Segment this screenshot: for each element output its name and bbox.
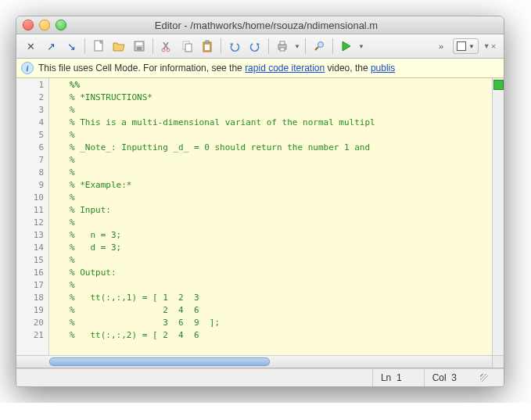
traffic-lights [23,20,66,31]
svg-rect-3 [137,47,142,50]
window-title: Editor - /mathworks/home/rsouza/ndimensi… [66,20,466,31]
code-editor[interactable]: 1 2 3 4 5 6 7 8 9 10 11 12 13 14 15 16 1… [16,78,504,368]
horizontal-scrollbar[interactable] [16,355,493,368]
undo-button[interactable] [225,38,244,55]
resize-grip[interactable] [479,372,490,383]
separator [152,38,153,54]
save-button[interactable] [130,38,149,55]
scroll-corner [492,355,504,368]
publish-link[interactable]: publis [371,63,395,74]
separator [268,38,269,54]
print-button[interactable] [273,38,292,55]
svg-rect-7 [185,44,192,52]
paste-button[interactable] [198,38,217,55]
find-button[interactable] [310,38,328,55]
editor-window: Editor - /mathworks/home/rsouza/ndimensi… [16,16,504,387]
run-dropdown[interactable]: ▼ [357,38,365,55]
info-icon: i [21,62,34,74]
run-button[interactable] [337,38,356,55]
separator [332,38,333,54]
open-file-button[interactable] [109,38,128,55]
toolbar: ✕ ↗ ↘ ▼ [16,34,504,59]
copy-button[interactable] [178,38,196,55]
info-text-mid: video, the [325,63,371,74]
line-number-gutter: 1 2 3 4 5 6 7 8 9 10 11 12 13 14 15 16 1… [16,78,49,355]
svg-rect-9 [206,41,209,43]
svg-rect-13 [280,48,285,51]
collapse-button[interactable]: ↘ [62,38,81,55]
column-indicator: Col 3 [424,369,465,386]
separator [84,38,85,54]
redo-button[interactable] [246,38,264,55]
cut-button[interactable] [157,38,176,55]
scrollbar-thumb[interactable] [49,357,270,366]
message-bar[interactable] [492,78,504,355]
svg-rect-12 [280,41,285,45]
svg-rect-10 [205,45,210,50]
dock-control[interactable]: ▼ [453,38,479,54]
separator [221,38,221,54]
close-button[interactable]: ✕ [21,38,40,55]
code-ok-indicator[interactable] [493,80,504,90]
cell-mode-infobar: i This file uses Cell Mode. For informat… [16,59,504,78]
line-indicator: Ln 1 [372,369,410,386]
svg-rect-2 [136,42,142,45]
close-window-button[interactable] [23,20,34,31]
print-dropdown[interactable]: ▼ [293,38,301,55]
rapid-code-iteration-link[interactable]: rapid code iteration [245,63,325,74]
svg-point-14 [318,42,324,48]
code-content[interactable]: %% % *INSTRUCTIONS* % % This is a multi-… [63,78,491,355]
minimize-window-button[interactable] [39,20,50,31]
titlebar[interactable]: Editor - /mathworks/home/rsouza/ndimensi… [16,16,504,34]
new-file-button[interactable] [89,38,108,55]
toolbar-close-button[interactable]: ▼× [480,38,499,55]
separator [305,38,306,54]
fold-gutter [49,78,63,355]
statusbar: Ln 1 Col 3 [16,368,504,386]
zoom-window-button[interactable] [56,20,66,31]
info-text-prefix: This file uses Cell Mode. For informatio… [38,63,245,74]
toolbar-overflow[interactable]: » [439,41,442,51]
expand-button[interactable]: ↗ [41,38,60,55]
